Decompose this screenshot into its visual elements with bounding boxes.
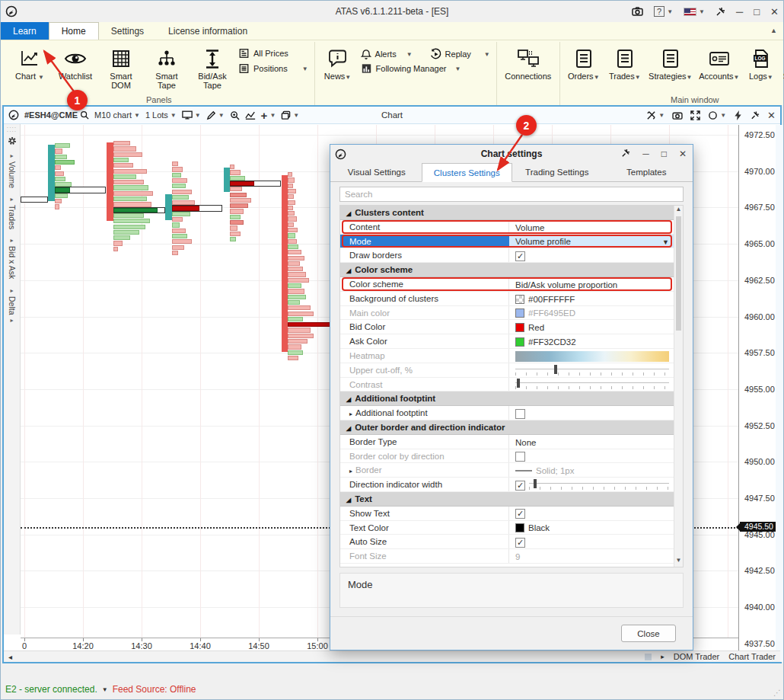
setting-value[interactable] bbox=[509, 406, 674, 420]
color-swatch[interactable] bbox=[515, 337, 524, 347]
help-menu[interactable]: ?▼ bbox=[654, 6, 673, 17]
smart-dom-button[interactable]: Smart DOM bbox=[98, 43, 144, 92]
settings-row[interactable]: ▸Additional footptint bbox=[340, 406, 674, 420]
ribbon-collapse-icon[interactable]: ▲ bbox=[770, 27, 777, 34]
draw-tool[interactable]: ▼ bbox=[206, 110, 225, 120]
slider[interactable] bbox=[515, 379, 669, 391]
statistics-button[interactable]: Statistics▼ bbox=[779, 43, 784, 85]
settings-row[interactable]: Border color by direction bbox=[340, 449, 674, 464]
settings-row[interactable]: Heatmap bbox=[340, 349, 674, 363]
dom-trader-button[interactable]: DOM Trader bbox=[674, 652, 720, 661]
slider-thumb[interactable] bbox=[517, 379, 520, 388]
tab-home[interactable]: Home bbox=[49, 22, 99, 40]
scroll-down-icon[interactable]: ▼ bbox=[674, 557, 683, 567]
settings-section-header[interactable]: ◢Clusters content bbox=[340, 206, 674, 220]
chart-pin-button[interactable] bbox=[751, 110, 760, 120]
resize-grip[interactable]: ⋰ bbox=[773, 689, 781, 697]
quick-settings-button[interactable] bbox=[734, 110, 743, 120]
setting-value[interactable]: ✓ bbox=[509, 248, 674, 262]
settings-row[interactable]: Show Text✓ bbox=[340, 507, 674, 521]
close-button[interactable]: Close bbox=[621, 625, 676, 642]
orders-button[interactable]: Orders▼ bbox=[563, 43, 604, 85]
settings-row[interactable]: Direction indicator width✓ bbox=[340, 478, 674, 492]
crosshair-toggle[interactable]: ▼ bbox=[646, 110, 664, 120]
expand-right-icon[interactable]: ▸ bbox=[661, 653, 664, 660]
dialog-close-icon[interactable]: ✕ bbox=[679, 149, 687, 160]
zoom-tool[interactable] bbox=[230, 110, 240, 120]
settings-row[interactable]: Border TypeNone bbox=[340, 435, 674, 449]
collapse-triangle-icon[interactable]: ◢ bbox=[346, 396, 351, 403]
setting-value[interactable]: Bid/Ask volume proportion bbox=[509, 277, 674, 291]
panel-drag-handle[interactable]: ········ bbox=[7, 126, 17, 133]
connections-button[interactable]: Connections bbox=[500, 43, 556, 83]
watchlist-button[interactable]: Watchlist bbox=[53, 43, 98, 83]
settings-scrollbar[interactable]: ▲ ▼ bbox=[674, 206, 683, 567]
settings-row[interactable]: Ask Color#FF32CD32 bbox=[340, 334, 674, 349]
setting-value[interactable]: 9 bbox=[509, 549, 674, 563]
tab-settings[interactable]: Settings bbox=[99, 22, 156, 40]
slider-thumb[interactable] bbox=[534, 479, 537, 488]
settings-search-input[interactable] bbox=[339, 187, 684, 202]
setting-value[interactable]: Red bbox=[509, 320, 674, 334]
setting-value[interactable]: ✓ bbox=[509, 535, 674, 548]
setting-value[interactable]: #FF6495ED bbox=[509, 306, 674, 320]
collapse-triangle-icon[interactable]: ◢ bbox=[346, 210, 351, 217]
setting-value[interactable]: Volume bbox=[509, 220, 674, 234]
setting-value[interactable]: None bbox=[509, 435, 674, 449]
panel-tab-trades[interactable]: ▸Trades bbox=[8, 196, 17, 229]
settings-row[interactable]: Font Size9 bbox=[340, 549, 674, 564]
setting-value[interactable] bbox=[509, 449, 674, 463]
news-button[interactable]: News▼ bbox=[318, 43, 358, 85]
setting-value[interactable]: Volume profile▼ bbox=[509, 235, 674, 248]
checkbox[interactable]: ✓ bbox=[515, 538, 525, 548]
all-prices-button[interactable]: All Prices bbox=[238, 48, 308, 59]
scrollbar-thumb[interactable] bbox=[676, 216, 681, 331]
alerts-button[interactable]: Alerts ▼ bbox=[361, 48, 413, 60]
layout-selector[interactable]: ▼ bbox=[182, 110, 201, 120]
dialog-maximize-button[interactable]: □ bbox=[661, 149, 667, 160]
logs-button[interactable]: LOG Logs▼ bbox=[743, 43, 779, 85]
tab-visual-settings[interactable]: Visual Settings bbox=[332, 163, 422, 181]
tab-learn[interactable]: Learn bbox=[1, 22, 49, 40]
settings-section-header[interactable]: ◢Additional footptint bbox=[340, 392, 674, 406]
positions-button[interactable]: Positions ▼ bbox=[238, 63, 308, 74]
setting-value[interactable]: Solid; 1px bbox=[509, 463, 674, 477]
price-axis[interactable]: 4972.504970.004967.504965.004962.504960.… bbox=[738, 125, 776, 662]
settings-row[interactable]: Draw borders✓ bbox=[340, 248, 674, 263]
settings-row[interactable]: ModeVolume profile▼ bbox=[340, 235, 674, 249]
setting-value[interactable]: #00FFFFFF bbox=[509, 292, 674, 305]
settings-section-header[interactable]: ◢Outer border and direction indicator bbox=[340, 420, 674, 435]
settings-row[interactable]: Text ColorBlack bbox=[340, 521, 674, 535]
heatmap-gradient[interactable] bbox=[515, 351, 669, 362]
checkbox[interactable] bbox=[515, 409, 525, 419]
smart-tape-button[interactable]: Smart Tape bbox=[144, 43, 190, 92]
scroll-up-icon[interactable]: ▲ bbox=[674, 206, 683, 216]
color-swatch[interactable] bbox=[515, 523, 524, 532]
setting-value[interactable] bbox=[509, 363, 674, 377]
checkbox[interactable] bbox=[515, 452, 525, 462]
setting-value[interactable]: #FF32CD32 bbox=[509, 334, 674, 348]
clone-window-button[interactable]: ▼ bbox=[281, 110, 299, 120]
tab-clusters-settings[interactable]: Clusters Settings bbox=[422, 163, 513, 182]
checkbox[interactable]: ✓ bbox=[515, 509, 525, 519]
settings-row[interactable]: ContentVolume bbox=[340, 220, 674, 235]
pin-icon[interactable] bbox=[715, 7, 725, 17]
setting-value[interactable]: ✓ bbox=[509, 507, 674, 520]
color-swatch[interactable] bbox=[515, 323, 524, 332]
gear-icon[interactable] bbox=[7, 136, 18, 146]
dialog-minimize-button[interactable]: ─ bbox=[642, 149, 649, 160]
collapse-triangle-icon[interactable]: ◢ bbox=[346, 267, 351, 274]
slider[interactable] bbox=[529, 479, 669, 491]
slider[interactable] bbox=[515, 365, 669, 377]
setting-value[interactable]: Black bbox=[509, 521, 674, 535]
panel-tab-bidxask[interactable]: ▸Bid x Ask bbox=[8, 237, 17, 279]
settings-row[interactable]: ▸BorderSolid; 1px bbox=[340, 463, 674, 478]
timeframe-selector[interactable]: M10 chart▼ bbox=[94, 110, 140, 120]
indicator-tool[interactable] bbox=[245, 110, 256, 120]
settings-section-header[interactable]: ◢Color scheme bbox=[340, 263, 674, 277]
add-indicator-button[interactable]: +▼ bbox=[261, 109, 276, 122]
setting-value[interactable] bbox=[509, 378, 674, 392]
checkbox[interactable]: ✓ bbox=[515, 251, 525, 261]
scroll-left-icon[interactable]: ◂ bbox=[8, 653, 12, 661]
chart-trader-button[interactable]: Chart Trader bbox=[728, 652, 776, 661]
